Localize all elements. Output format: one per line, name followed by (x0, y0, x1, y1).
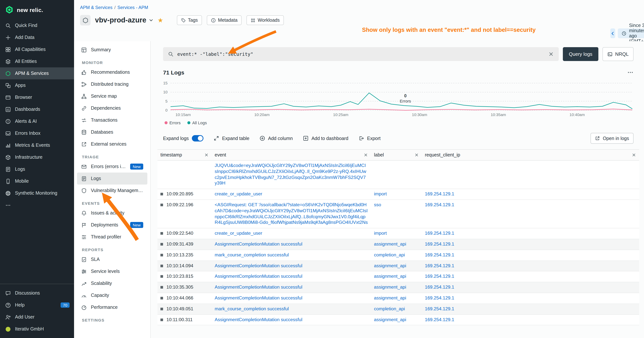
subnav-item-errors-errors-inb[interactable]: Errors (errors inb...New (77, 161, 147, 173)
subnav-item-logs[interactable]: Logs (77, 173, 147, 185)
subnav-item-recommendations[interactable]: Recommendations (77, 66, 147, 78)
sidebar-item-add-user[interactable]: Add User (0, 311, 74, 323)
table-row[interactable]: 10:09:22.196<ASGIRequest: GET '/sso/call… (158, 200, 639, 228)
label-link[interactable]: assignment_api (374, 295, 406, 300)
nrql-button[interactable]: NRQL (602, 47, 634, 61)
row-marker[interactable] (160, 193, 163, 195)
sidebar-item-mobile[interactable]: Mobile (0, 175, 74, 187)
favorite-star-icon[interactable]: ★ (158, 17, 164, 24)
clear-query-close-icon[interactable] (548, 51, 554, 57)
entity-chevron-down-icon[interactable] (149, 18, 154, 23)
label-link[interactable]: assignment_api (374, 317, 406, 322)
time-picker[interactable]: Since 30 minutes ago (GMT+2) (618, 29, 644, 38)
sidebar-item-add-data[interactable]: Add Data (0, 32, 74, 44)
ip-link[interactable]: 169.254.129.1 (425, 295, 454, 300)
subnav-item-transactions[interactable]: Transactions (77, 114, 147, 126)
table-row[interactable]: 10:10:23.815AssignmentCompletionMutation… (158, 271, 639, 282)
add-column-button[interactable]: Add column (260, 136, 293, 141)
sidebar-item-apm-services[interactable]: APM & Services (0, 67, 74, 79)
label-link[interactable]: assignment_api (374, 284, 406, 290)
expand-table-button[interactable]: Expand table (214, 136, 250, 141)
ip-link[interactable]: 169.254.129.1 (425, 263, 454, 268)
workloads-pill-button[interactable]: Workloads (246, 15, 284, 25)
row-marker[interactable] (160, 254, 163, 256)
label-link[interactable]: completion_api (374, 306, 405, 311)
table-row[interactable]: 10:10:35.305AssignmentCompletionMutation… (158, 282, 639, 293)
sidebar-item-all-entities[interactable]: All Entities (0, 55, 74, 67)
row-marker[interactable] (160, 286, 163, 289)
event-link[interactable]: AssignmentCompletionMutation successful (215, 284, 302, 290)
column-header-ip[interactable]: request_client_ip (422, 150, 639, 160)
label-link[interactable]: assignment_api (374, 263, 406, 268)
subnav-item-service-map[interactable]: Service map (77, 90, 147, 102)
label-link[interactable]: import (374, 191, 387, 196)
row-marker[interactable] (160, 275, 163, 278)
subnav-item-databases[interactable]: Databases (77, 126, 147, 138)
label-link[interactable]: completion_api (374, 252, 405, 257)
new-relic-logo[interactable]: new relic. (0, 0, 74, 20)
subnav-item-performance[interactable]: Performance (77, 301, 147, 313)
event-link[interactable]: AssignmentCompletionMutation successful (215, 295, 302, 300)
ip-link[interactable]: 169.254.129.1 (425, 252, 454, 257)
column-header-event[interactable]: event (212, 150, 371, 160)
logs-query-input[interactable]: event:* -"label":"security" (163, 47, 559, 61)
sidebar-item-all-capabilities[interactable]: All Capabilities (0, 44, 74, 55)
sidebar-item-errors-inbox[interactable]: Errors Inbox (0, 127, 74, 139)
event-link[interactable]: mark_course_completion successful (215, 252, 289, 257)
subnav-item-capacity[interactable]: Capacity (77, 289, 147, 301)
add-to-dashboard-button[interactable]: Add to dashboard (303, 136, 348, 141)
subnav-item-scalability[interactable]: Scalability (77, 277, 147, 289)
open-in-logs-button[interactable]: Open in logs (590, 133, 634, 144)
subnav-item-vulnerability-management[interactable]: Vulnerability Management (77, 185, 147, 196)
label-link[interactable]: sso (374, 202, 381, 207)
table-row[interactable]: 10:10:13.235mark_course_completion succe… (158, 250, 639, 261)
table-row[interactable]: 10:09:22.540create_or_update_userimport1… (158, 228, 639, 239)
table-row[interactable]: 10:09:20.895create_or_update_userimport1… (158, 189, 639, 200)
remove-column-close-icon[interactable] (204, 153, 209, 157)
label-link[interactable]: assignment_api (374, 274, 406, 279)
row-marker[interactable] (160, 204, 163, 206)
event-link[interactable]: mark_course_completion successful (215, 306, 289, 311)
event-link[interactable]: create_or_update_user (215, 191, 262, 196)
event-link[interactable]: JUQVU&code=eyJraWQiOiJjcGltY29yZV8wOTl1M… (215, 163, 366, 186)
time-back-button[interactable] (610, 29, 615, 38)
ip-link[interactable]: 169.254.129.1 (425, 317, 454, 322)
breadcrumb-apm-services[interactable]: APM & Services (80, 5, 112, 10)
column-header-timestamp[interactable]: timestamp (158, 150, 212, 160)
row-marker[interactable] (160, 318, 163, 321)
row-marker[interactable] (160, 264, 163, 267)
sidebar-item-browser[interactable]: Browser (0, 91, 74, 103)
sidebar-item-iterativ-gmbh[interactable]: Iterativ GmbH (0, 323, 74, 335)
column-header-label[interactable]: label (371, 150, 422, 160)
breadcrumb-services-apm[interactable]: Services - APM (118, 5, 148, 10)
remove-column-close-icon[interactable] (364, 153, 368, 157)
table-row[interactable]: JUQVU&code=eyJraWQiOiJjcGltY29yZV8wOTl1M… (158, 161, 639, 189)
legend-item-errors[interactable]: Errors (164, 121, 181, 125)
subnav-item-distributed-tracing[interactable]: Distributed tracing (77, 78, 147, 90)
event-link[interactable]: AssignmentCompletionMutation successful (215, 274, 302, 279)
subnav-item-deployments[interactable]: DeploymentsNew (77, 219, 147, 231)
sidebar-item-quick-find[interactable]: Quick Find (0, 20, 74, 32)
event-link[interactable]: create_or_update_user (215, 231, 262, 236)
table-row[interactable]: 10:10:49.051mark_course_completion succe… (158, 304, 639, 315)
row-marker[interactable] (160, 243, 163, 245)
sidebar-item-logs[interactable]: Logs (0, 163, 74, 175)
label-link[interactable]: assignment_api (374, 241, 406, 247)
event-link[interactable]: AssignmentCompletionMutation successful (215, 317, 302, 322)
table-row[interactable]: 10:11:00.311AssignmentCompletionMutation… (158, 314, 639, 325)
subnav-item-summary[interactable]: Summary (77, 44, 147, 56)
label-link[interactable]: import (374, 231, 387, 236)
ip-link[interactable]: 169.254.129.1 (425, 202, 454, 207)
remove-column-close-icon[interactable] (414, 153, 419, 157)
sidebar-item-help[interactable]: Help70 (0, 299, 74, 311)
metadata-pill-button[interactable]: Metadata (207, 15, 242, 25)
sidebar-item-more[interactable] (0, 199, 74, 211)
subnav-item-external-services[interactable]: External services (77, 138, 147, 150)
row-marker[interactable] (160, 308, 163, 310)
row-marker[interactable] (160, 232, 163, 235)
sidebar-item-apps[interactable]: Apps (0, 79, 74, 91)
export-button[interactable]: Export (358, 136, 380, 141)
table-row[interactable]: 10:10:44.066AssignmentCompletionMutation… (158, 293, 639, 304)
ip-link[interactable]: 169.254.129.1 (425, 231, 454, 236)
subnav-item-thread-profiler[interactable]: Thread profiler (77, 231, 147, 243)
